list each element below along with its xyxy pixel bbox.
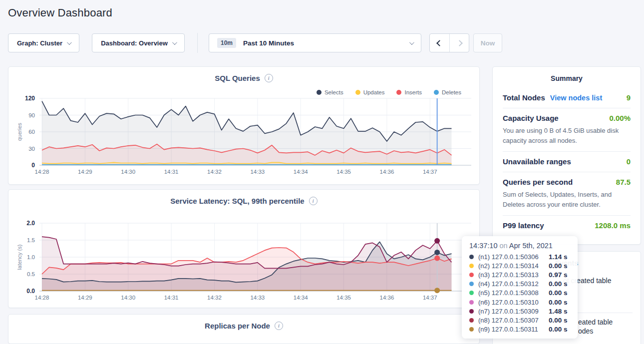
sql-queries-title: SQL Queries i — [8, 74, 479, 82]
unavailable-ranges-label: Unavailable ranges — [503, 157, 571, 166]
node-color-dot-icon — [469, 300, 474, 305]
svg-text:14:35: 14:35 — [336, 169, 351, 175]
svg-text:14:36: 14:36 — [380, 169, 394, 175]
info-icon[interactable]: i — [265, 74, 273, 82]
summary-row-total-nodes: Total Nodes View nodes list 9 — [503, 88, 631, 108]
replicas-per-node-panel: Replicas per Node i — [8, 314, 480, 344]
svg-text:1.0: 1.0 — [27, 254, 35, 260]
time-forward-button[interactable] — [449, 34, 469, 52]
svg-text:14:32: 14:32 — [207, 169, 222, 175]
controls-divider — [197, 33, 198, 53]
svg-text:14:37: 14:37 — [423, 169, 437, 175]
legend-dot-icon — [434, 90, 439, 95]
svg-text:14:29: 14:29 — [78, 295, 92, 301]
capacity-usage-description: You are using 0 B of 4.5 GiB usable disk… — [503, 126, 631, 145]
graph-scope-label: Graph: Cluster — [17, 39, 62, 47]
qps-description: Sum of Selects, Updates, Inserts, and De… — [503, 190, 631, 209]
tooltip-node-row: (n2) 127.0.0.1:503140.00 s — [469, 261, 570, 270]
chevron-left-icon — [436, 40, 443, 46]
svg-text:14:31: 14:31 — [164, 169, 179, 175]
tooltip-node-rows: (n1) 127.0.0.1:503061.14 s(n2) 127.0.0.1… — [469, 252, 570, 334]
svg-text:14:29: 14:29 — [78, 169, 92, 175]
svg-text:14:35: 14:35 — [336, 295, 351, 301]
replicas-per-node-title: Replicas per Node i — [8, 322, 479, 330]
summary-title: Summary — [503, 67, 631, 88]
legend-dot-icon — [396, 90, 401, 95]
svg-text:14:31: 14:31 — [164, 295, 179, 301]
unavailable-ranges-value: 0 — [627, 157, 631, 166]
time-range-badge: 10m — [217, 38, 236, 48]
legend-dot-icon — [355, 90, 360, 95]
time-step-buttons — [429, 33, 469, 52]
dashboard-select-dropdown[interactable]: Dashboard: Overview — [92, 33, 185, 52]
service-latency-panel: Service Latency: SQL, 99th percentile i … — [8, 189, 480, 308]
node-color-dot-icon — [469, 291, 474, 295]
chevron-down-icon — [67, 40, 72, 45]
svg-text:14:36: 14:36 — [380, 295, 394, 301]
svg-text:14:30: 14:30 — [121, 169, 135, 175]
event-item-text: odes — [578, 327, 593, 335]
chart-hover-tooltip: 14:37:10 on Apr 5th, 2021 (n1) 127.0.0.1… — [462, 236, 578, 339]
svg-text:queries: queries — [16, 122, 22, 141]
qps-value: 87.5 — [616, 178, 631, 186]
tooltip-timestamp: 14:37:10 on Apr 5th, 2021 — [469, 242, 570, 250]
legend-item-deletes: Deletes — [434, 89, 461, 95]
capacity-usage-value: 0.00% — [609, 114, 631, 122]
p99-latency-value: 1208.0 ms — [595, 221, 631, 230]
legend-dot-icon — [317, 90, 322, 95]
svg-text:14:32: 14:32 — [207, 295, 222, 301]
view-nodes-list-link[interactable]: View nodes list — [550, 94, 603, 102]
svg-text:latency (s): latency (s) — [16, 245, 22, 270]
sql-queries-legend: SelectsUpdatesInsertsDeletes — [317, 89, 461, 95]
tooltip-node-row: (n1) 127.0.0.1:503061.14 s — [469, 252, 570, 261]
svg-text:0.0: 0.0 — [26, 288, 35, 295]
svg-text:2.0: 2.0 — [26, 220, 35, 227]
service-latency-title: Service Latency: SQL, 99th percentile i — [8, 197, 479, 205]
tooltip-node-row: (n5) 127.0.0.1:503080.00 s — [469, 289, 570, 298]
now-button[interactable]: Now — [473, 33, 502, 52]
page-title: Overview Dashboard — [8, 6, 112, 19]
svg-text:90: 90 — [28, 112, 35, 118]
time-back-button[interactable] — [430, 34, 449, 52]
total-nodes-label: Total Nodes — [503, 93, 545, 102]
event-item-text: eated table — [578, 318, 613, 326]
summary-card: Summary Total Nodes View nodes list 9 Ca… — [492, 66, 641, 245]
info-icon[interactable]: i — [309, 197, 318, 205]
svg-text:14:34: 14:34 — [294, 169, 308, 175]
svg-text:14:37: 14:37 — [423, 295, 437, 301]
tooltip-node-row: (n6) 127.0.0.1:503100.00 s — [469, 298, 570, 307]
svg-text:14:33: 14:33 — [250, 295, 265, 301]
service-latency-chart[interactable]: 0.00.51.01.52.014:2814:2914:3014:3114:32… — [13, 220, 475, 306]
legend-item-inserts: Inserts — [396, 89, 422, 95]
tooltip-node-row: (n3) 127.0.0.1:503130.97 s — [469, 270, 570, 279]
sql-queries-chart[interactable]: 030609012014:2814:2914:3014:3114:3214:33… — [13, 95, 475, 180]
svg-text:1.5: 1.5 — [27, 237, 35, 243]
tooltip-node-row: (n9) 127.0.0.1:503110.00 s — [469, 325, 570, 334]
tooltip-node-row: (n7) 127.0.0.1:503091.48 s — [469, 307, 570, 316]
svg-text:14:34: 14:34 — [294, 295, 308, 301]
summary-row-p99: P99 latency 1208.0 ms — [503, 215, 631, 236]
svg-text:30: 30 — [28, 146, 35, 152]
time-range-label: Past 10 Minutes — [243, 39, 294, 47]
chevron-down-icon — [172, 40, 177, 45]
graph-scope-dropdown[interactable]: Graph: Cluster — [8, 33, 79, 52]
qps-label: Queries per second — [503, 178, 573, 186]
capacity-usage-label: Capacity Usage — [503, 114, 559, 122]
svg-text:60: 60 — [28, 129, 35, 135]
node-color-dot-icon — [469, 273, 474, 277]
legend-item-updates: Updates — [355, 89, 385, 95]
dashboard-select-label: Dashboard: Overview — [101, 39, 168, 47]
info-icon[interactable]: i — [275, 322, 283, 330]
total-nodes-value: 9 — [627, 93, 631, 102]
time-range-dropdown[interactable]: 10m Past 10 Minutes — [209, 33, 421, 52]
sql-queries-panel: SQL Queries i SelectsUpdatesInsertsDelet… — [8, 66, 480, 185]
node-color-dot-icon — [469, 318, 474, 323]
svg-text:120: 120 — [25, 95, 35, 102]
summary-row-unavailable-ranges: Unavailable ranges 0 — [503, 151, 631, 172]
svg-text:0: 0 — [31, 162, 35, 169]
legend-item-selects: Selects — [317, 89, 343, 95]
node-color-dot-icon — [469, 255, 474, 259]
dashboard-controls: Graph: Cluster Dashboard: Overview 10m P… — [8, 33, 502, 52]
svg-text:14:33: 14:33 — [250, 169, 265, 175]
tooltip-node-row: (n8) 127.0.0.1:503070.00 s — [469, 316, 570, 325]
